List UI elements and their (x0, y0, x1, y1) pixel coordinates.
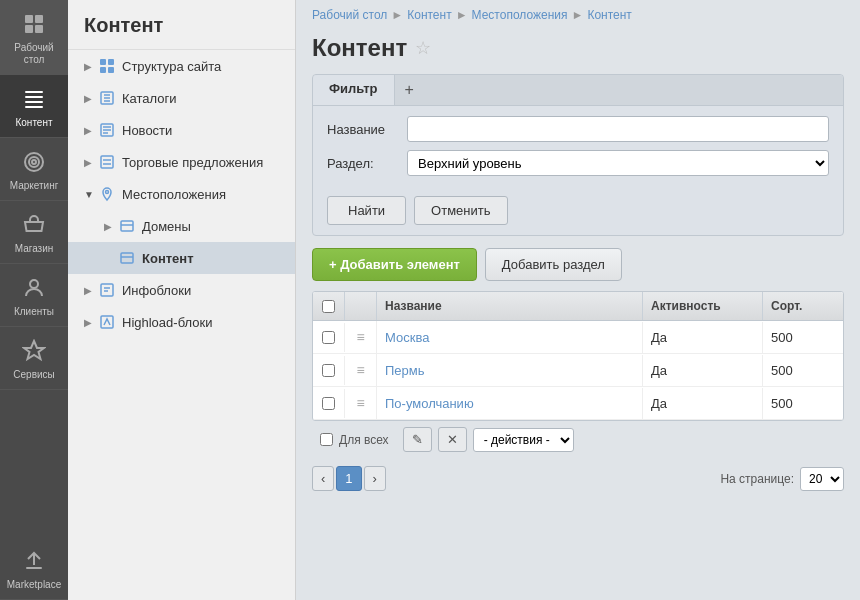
svg-point-8 (25, 153, 43, 171)
drag-handle[interactable]: ≡ (345, 321, 377, 353)
per-page-select[interactable]: 20 (800, 467, 844, 491)
page-1-button[interactable]: 1 (336, 466, 361, 491)
filter-buttons: Найти Отменить (313, 190, 843, 235)
catalog-icon (98, 89, 116, 107)
infoblocks-icon (98, 281, 116, 299)
drag-handle[interactable]: ≡ (345, 387, 377, 419)
row-link[interactable]: По-умолчанию (385, 396, 474, 411)
nav-tree: Контент ▶ Структура сайта ▶ Каталоги ▶ Н… (68, 0, 296, 600)
nav-item-news[interactable]: ▶ Новости (68, 114, 295, 146)
filter-name-input[interactable] (407, 116, 829, 142)
breadcrumb-desktop[interactable]: Рабочий стол (312, 8, 387, 22)
row-name: Пермь (377, 355, 643, 386)
trade-icon (98, 153, 116, 171)
breadcrumb-sep-3: ► (572, 8, 584, 22)
main-content: Рабочий стол ► Контент ► Местоположения … (296, 0, 860, 600)
nav-label-content-sub: Контент (142, 251, 194, 266)
desktop-icon (20, 10, 48, 38)
page-prev-button[interactable]: ‹ (312, 466, 334, 491)
row-link[interactable]: Пермь (385, 363, 425, 378)
table-row: ≡ Москва Да 500 (313, 321, 843, 354)
filter-body: Название Раздел: Верхний уровень (313, 106, 843, 190)
nav-item-catalogs[interactable]: ▶ Каталоги (68, 82, 295, 114)
footer-delete-button[interactable]: ✕ (438, 427, 467, 452)
nav-item-trade[interactable]: ▶ Торговые предложения (68, 146, 295, 178)
arrow-icon: ▶ (84, 317, 94, 327)
per-page-label: На странице: (720, 472, 794, 486)
filter-tab[interactable]: Фильтр (313, 75, 395, 105)
breadcrumb-content-sub[interactable]: Контент (587, 8, 631, 22)
svg-rect-1 (35, 15, 43, 23)
services-icon (20, 337, 48, 365)
footer-edit-button[interactable]: ✎ (403, 427, 432, 452)
row-checkbox[interactable] (322, 364, 335, 377)
arrow-icon: ▶ (84, 93, 94, 103)
footer-actions-select[interactable]: - действия - (473, 428, 574, 452)
nav-item-content-sub[interactable]: ▶ Контент (68, 242, 295, 274)
nav-item-infoblocks[interactable]: ▶ Инфоблоки (68, 274, 295, 306)
svg-point-11 (30, 280, 38, 288)
th-sort: Сорт. (763, 292, 843, 320)
filter-section-select[interactable]: Верхний уровень (407, 150, 829, 176)
highload-icon (98, 313, 116, 331)
action-bar: + Добавить элемент Добавить раздел (296, 248, 860, 291)
svg-rect-6 (25, 101, 43, 103)
row-active: Да (643, 355, 763, 386)
row-name: Москва (377, 322, 643, 353)
filter-section-row: Раздел: Верхний уровень (327, 150, 829, 176)
add-element-button[interactable]: + Добавить элемент (312, 248, 477, 281)
sidebar-item-content[interactable]: Контент (0, 75, 68, 138)
svg-rect-2 (25, 25, 33, 33)
page-nav: ‹ 1 › (312, 466, 386, 491)
row-link[interactable]: Москва (385, 330, 429, 345)
sidebar-item-desktop[interactable]: Рабочий стол (0, 0, 68, 75)
nav-item-highload[interactable]: ▶ Highload-блоки (68, 306, 295, 338)
grid-icon (98, 57, 116, 75)
drag-handle[interactable]: ≡ (345, 354, 377, 386)
row-checkbox[interactable] (322, 397, 335, 410)
svg-rect-0 (25, 15, 33, 23)
breadcrumb-content[interactable]: Контент (407, 8, 451, 22)
row-active: Да (643, 322, 763, 353)
sidebar-item-clients[interactable]: Клиенты (0, 264, 68, 327)
content-icon (20, 85, 48, 113)
add-section-button[interactable]: Добавить раздел (485, 248, 622, 281)
breadcrumb-sep-1: ► (391, 8, 403, 22)
th-active: Активность (643, 292, 763, 320)
sidebar: Рабочий стол Контент Маркетинг Магазин К… (0, 0, 68, 600)
domains-icon (118, 217, 136, 235)
content-sub-icon (118, 249, 136, 267)
svg-rect-3 (35, 25, 43, 33)
arrow-icon: ▶ (104, 221, 114, 231)
nav-item-locations[interactable]: ▼ Местоположения (68, 178, 295, 210)
cancel-button[interactable]: Отменить (414, 196, 507, 225)
shop-icon (20, 211, 48, 239)
news-icon (98, 121, 116, 139)
sidebar-label-clients: Клиенты (14, 306, 54, 318)
arrow-icon: ▶ (84, 157, 94, 167)
favorite-star-icon[interactable]: ☆ (415, 37, 431, 59)
svg-rect-15 (100, 67, 106, 73)
arrow-down-icon: ▼ (84, 189, 94, 199)
filter-add-button[interactable]: + (395, 75, 424, 105)
nav-item-site-structure[interactable]: ▶ Структура сайта (68, 50, 295, 82)
sidebar-item-shop[interactable]: Магазин (0, 201, 68, 264)
select-all-checkbox[interactable] (322, 300, 335, 313)
row-active: Да (643, 388, 763, 419)
th-drag (345, 292, 377, 320)
svg-point-28 (106, 191, 109, 194)
breadcrumb-locations[interactable]: Местоположения (472, 8, 568, 22)
nav-label-infoblocks: Инфоблоки (122, 283, 191, 298)
sidebar-item-marketplace[interactable]: Marketplace (0, 537, 68, 600)
nav-item-domains[interactable]: ▶ Домены (68, 210, 295, 242)
row-checkbox[interactable] (322, 331, 335, 344)
find-button[interactable]: Найти (327, 196, 406, 225)
marketing-icon (20, 148, 48, 176)
nav-label-domains: Домены (142, 219, 191, 234)
sidebar-item-services[interactable]: Сервисы (0, 327, 68, 390)
page-next-button[interactable]: › (364, 466, 386, 491)
footer-select-all-checkbox[interactable] (320, 433, 333, 446)
row-checkbox-cell (313, 323, 345, 352)
sidebar-item-marketing[interactable]: Маркетинг (0, 138, 68, 201)
svg-rect-12 (26, 567, 42, 569)
